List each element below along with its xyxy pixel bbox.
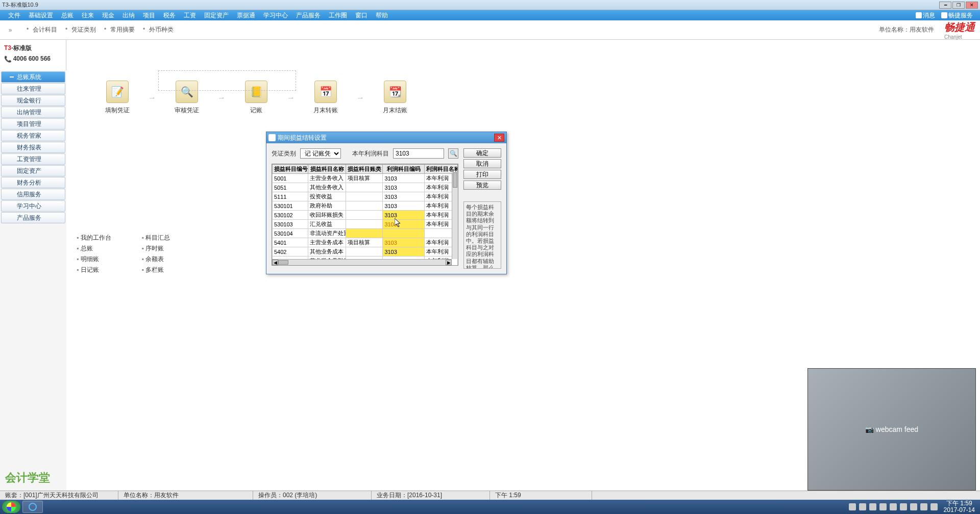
cell-code[interactable]: 5111 bbox=[273, 192, 308, 201]
cell-pcode[interactable]: 3103 bbox=[383, 174, 424, 183]
menu-file[interactable]: 文件 bbox=[4, 11, 24, 20]
menu-general-ledger[interactable]: 总账 bbox=[57, 11, 78, 20]
toolbar-expand-icon[interactable]: » bbox=[5, 25, 15, 35]
table-row[interactable]: 560101商品维修费3103本年利润 bbox=[273, 266, 458, 266]
cell-name[interactable]: 投资收益 bbox=[308, 192, 346, 201]
messages-link[interactable]: 消息 bbox=[913, 11, 938, 20]
cell-pname[interactable]: 本年利润 bbox=[424, 266, 457, 266]
close-button[interactable]: ✕ bbox=[966, 2, 978, 9]
flow-month-transfer[interactable]: 📅月末转账 bbox=[305, 81, 346, 115]
scroll-thumb[interactable] bbox=[453, 172, 457, 188]
maximize-button[interactable]: ❐ bbox=[952, 2, 965, 9]
tray-icon[interactable] bbox=[920, 503, 927, 510]
tool-voucher-types[interactable]: 凭证类别 bbox=[64, 25, 103, 34]
sidebar-item-1[interactable]: 往来管理 bbox=[1, 83, 65, 94]
table-row[interactable]: 5111投资收益3103本年利润 bbox=[273, 192, 458, 201]
cell-pcode[interactable]: 3103 bbox=[383, 266, 424, 266]
sidebar-item-9[interactable]: 财务分析 bbox=[1, 177, 65, 188]
sidebar-item-10[interactable]: 信用服务 bbox=[1, 189, 65, 200]
cell-pcode[interactable]: 3103 bbox=[383, 220, 424, 229]
th-loss-code[interactable]: 损益科目编号 bbox=[273, 165, 308, 174]
table-row[interactable]: 5051其他业务收入3103本年利润 bbox=[273, 183, 458, 192]
table-row[interactable]: 530102收回坏账损失3103本年利润 bbox=[273, 211, 458, 220]
cell-name[interactable]: 政府补助 bbox=[308, 201, 346, 211]
horizontal-scrollbar[interactable]: ◀ ▶ bbox=[272, 259, 452, 265]
ql-journal[interactable]: 日记账 bbox=[77, 266, 111, 274]
cell-type[interactable] bbox=[346, 192, 383, 201]
flow-create-voucher[interactable]: 📝填制凭证 bbox=[97, 81, 138, 115]
cell-pcode[interactable]: 3103 bbox=[383, 192, 424, 201]
cell-name[interactable]: 非流动资产处置 bbox=[308, 229, 346, 238]
ql-summary[interactable]: 科目汇总 bbox=[142, 234, 170, 242]
ql-ledger[interactable]: 总账 bbox=[77, 244, 111, 253]
tray-icon[interactable] bbox=[859, 503, 866, 510]
scroll-left-button[interactable]: ◀ bbox=[272, 260, 278, 265]
ql-multicol[interactable]: 多栏账 bbox=[142, 266, 170, 274]
cell-name[interactable]: 主营业务收入 bbox=[308, 174, 346, 183]
cell-name[interactable]: 收回坏账损失 bbox=[308, 211, 346, 220]
sidebar-item-5[interactable]: 税务管家 bbox=[1, 130, 65, 141]
cell-code[interactable]: 530104 bbox=[273, 229, 308, 238]
ql-detail[interactable]: 明细账 bbox=[77, 255, 111, 264]
sidebar-item-8[interactable]: 固定资产 bbox=[1, 165, 65, 176]
cell-name[interactable]: 商品维修费 bbox=[308, 266, 346, 266]
cell-code[interactable]: 5402 bbox=[273, 247, 308, 256]
sidebar-item-7[interactable]: 工资管理 bbox=[1, 153, 65, 165]
th-loss-name[interactable]: 损益科目名称 bbox=[308, 165, 346, 174]
sidebar-item-11[interactable]: 学习中心 bbox=[1, 200, 65, 212]
table-row[interactable]: 530101政府补助3103本年利润 bbox=[273, 201, 458, 211]
cancel-button[interactable]: 取消 bbox=[463, 159, 501, 168]
menu-bills[interactable]: 票据通 bbox=[233, 11, 259, 20]
cell-code[interactable]: 5001 bbox=[273, 174, 308, 183]
cell-code[interactable]: 530102 bbox=[273, 211, 308, 220]
cell-type[interactable] bbox=[346, 247, 383, 256]
dialog-titlebar[interactable]: 期间损益结转设置 ✕ bbox=[266, 132, 506, 143]
cell-code[interactable]: 530103 bbox=[273, 220, 308, 229]
cell-type[interactable] bbox=[346, 220, 383, 229]
cell-pcode[interactable] bbox=[383, 229, 424, 238]
th-profit-code[interactable]: 利润科目编码 bbox=[383, 165, 424, 174]
menu-window[interactable]: 窗口 bbox=[351, 11, 372, 20]
ql-chrono[interactable]: 序时账 bbox=[142, 244, 170, 253]
taskbar-clock[interactable]: 下午 1:59 2017-07-14 bbox=[941, 500, 978, 513]
cell-pcode[interactable]: 3103 bbox=[383, 183, 424, 192]
service-link[interactable]: 畅捷服务 bbox=[938, 11, 976, 20]
cell-type[interactable]: 项目核算 bbox=[346, 238, 383, 247]
cell-code[interactable]: 530101 bbox=[273, 201, 308, 211]
menu-learning[interactable]: 学习中心 bbox=[259, 11, 292, 20]
print-button[interactable]: 打印 bbox=[463, 170, 501, 179]
dialog-close-button[interactable]: ✕ bbox=[494, 134, 504, 142]
menu-cash[interactable]: 现金 bbox=[98, 11, 118, 20]
flow-month-close[interactable]: 📆月末结账 bbox=[375, 81, 415, 115]
profit-account-input[interactable] bbox=[393, 148, 444, 159]
cell-pcode[interactable]: 3103 bbox=[383, 211, 424, 220]
tray-icon[interactable] bbox=[910, 503, 917, 510]
table-row[interactable]: 530103汇兑收益3103本年利润 bbox=[273, 220, 458, 229]
menu-cashier[interactable]: 出纳 bbox=[118, 11, 139, 20]
tool-summaries[interactable]: 常用摘要 bbox=[103, 25, 142, 34]
menu-products[interactable]: 产品服务 bbox=[292, 11, 325, 20]
sidebar-item-4[interactable]: 项目管理 bbox=[1, 118, 65, 130]
tool-accounts[interactable]: 会计科目 bbox=[26, 25, 64, 34]
scroll-right-button[interactable]: ▶ bbox=[446, 260, 452, 265]
cell-type[interactable] bbox=[346, 183, 383, 192]
table-row[interactable]: 5001主营业务收入项目核算3103本年利润 bbox=[273, 174, 458, 183]
sidebar-item-3[interactable]: 出纳管理 bbox=[1, 107, 65, 118]
menu-workspace[interactable]: 工作圈 bbox=[325, 11, 351, 20]
sidebar-item-12[interactable]: 产品服务 bbox=[1, 212, 65, 223]
cell-type[interactable]: 项目核算 bbox=[346, 174, 383, 183]
tray-icon[interactable] bbox=[849, 503, 856, 510]
menu-project[interactable]: 项目 bbox=[139, 11, 159, 20]
cell-type[interactable] bbox=[346, 201, 383, 211]
cell-pcode[interactable]: 3103 bbox=[383, 247, 424, 256]
preview-button[interactable]: 预览 bbox=[463, 181, 501, 190]
cell-pcode[interactable]: 3103 bbox=[383, 201, 424, 211]
cell-name[interactable]: 其他业务成本 bbox=[308, 247, 346, 256]
sidebar-item-2[interactable]: 现金银行 bbox=[1, 95, 65, 106]
cell-type[interactable] bbox=[346, 211, 383, 220]
cell-name[interactable]: 主营业务成本 bbox=[308, 238, 346, 247]
tray-icon[interactable] bbox=[900, 503, 907, 510]
cell-name[interactable]: 汇兑收益 bbox=[308, 220, 346, 229]
menu-salary[interactable]: 工资 bbox=[180, 11, 200, 20]
table-row[interactable]: 5401主营业务成本项目核算3103本年利润 bbox=[273, 238, 458, 247]
